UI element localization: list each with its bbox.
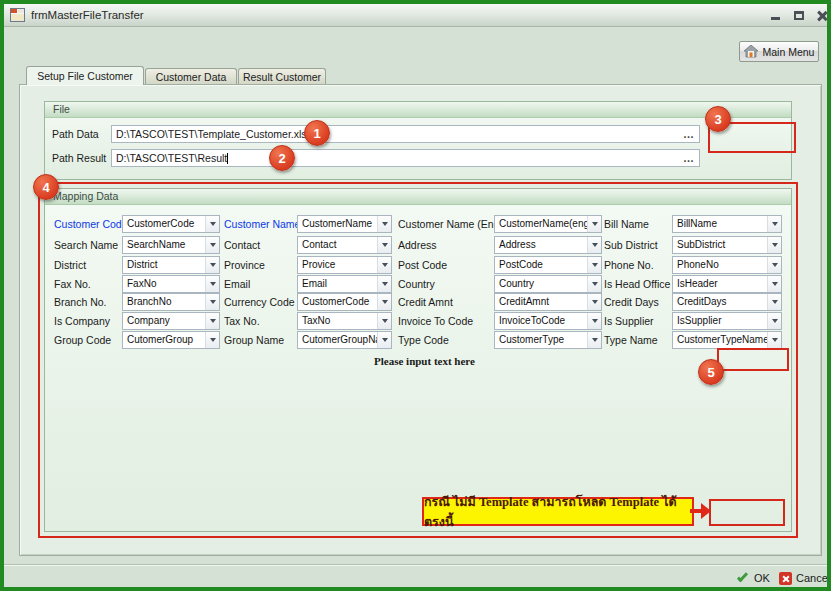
close-icon[interactable]	[814, 9, 829, 22]
mapping-combo[interactable]: CustomerTypeName	[672, 331, 782, 349]
path-result-input[interactable]: D:\TASCO\TEST\Result …	[111, 149, 700, 167]
mapping-label: Sub District	[604, 236, 658, 254]
combo-value: SubDistrict	[673, 237, 767, 253]
chevron-down-icon[interactable]	[205, 257, 219, 273]
tab-setup-file-customer[interactable]: Setup File Customer	[26, 66, 144, 85]
combo-value: TaxNo	[298, 313, 377, 329]
chevron-down-icon[interactable]	[767, 237, 781, 253]
chevron-down-icon[interactable]	[377, 237, 391, 253]
mapping-label: Type Name	[604, 331, 658, 349]
combo-value: District	[123, 257, 205, 273]
combo-value: CreditDays	[673, 294, 767, 310]
mapping-combo[interactable]: PostCode	[494, 256, 602, 274]
mapping-combo[interactable]: IsHeader	[672, 275, 782, 293]
path-data-label: Path Data	[52, 125, 99, 143]
mapping-combo[interactable]: District	[122, 256, 220, 274]
mapping-combo[interactable]: CustomerName	[297, 215, 392, 233]
mapping-combo[interactable]: BranchNo	[122, 293, 220, 311]
tab-customer-data[interactable]: Customer Data	[145, 68, 237, 85]
annotation-circle-1: 1	[304, 120, 330, 146]
chevron-down-icon[interactable]	[767, 313, 781, 329]
chevron-down-icon[interactable]	[377, 257, 391, 273]
combo-value: BranchNo	[123, 294, 205, 310]
mapping-combo[interactable]: CustomerName(eng)	[494, 215, 602, 233]
mapping-label: Contact	[224, 236, 260, 254]
path-result-value: D:\TASCO\TEST\Result	[112, 152, 679, 164]
mapping-combo[interactable]: CustomerType	[494, 331, 602, 349]
combo-value: CustomerCode	[298, 294, 377, 310]
chevron-down-icon[interactable]	[587, 237, 601, 253]
chevron-down-icon[interactable]	[205, 294, 219, 310]
mapping-combo[interactable]: Provice	[297, 256, 392, 274]
browse-path-data-button[interactable]: …	[679, 126, 699, 142]
mapping-label: Post Code	[398, 256, 447, 274]
combo-value: CustomerType	[495, 332, 587, 348]
mapping-label: Fax No.	[54, 275, 91, 293]
mapping-combo[interactable]: BillName	[672, 215, 782, 233]
mapping-combo[interactable]: CutomerGroupName	[297, 331, 392, 349]
mapping-combo[interactable]: CreditDays	[672, 293, 782, 311]
combo-value: CutomerGroupName	[298, 332, 377, 348]
chevron-down-icon[interactable]	[767, 332, 781, 348]
chevron-down-icon[interactable]	[205, 276, 219, 292]
mapping-combo[interactable]: CustomerCode	[122, 215, 220, 233]
path-data-input[interactable]: D:\TASCO\TEST\Template_Customer.xls …	[111, 125, 700, 143]
maximize-icon[interactable]	[791, 9, 806, 22]
cancel-button[interactable]: Cancel	[796, 572, 830, 584]
chevron-down-icon[interactable]	[205, 313, 219, 329]
mapping-combo[interactable]: Country	[494, 275, 602, 293]
callout-arrow-head	[701, 503, 711, 519]
mapping-combo[interactable]: Contact	[297, 236, 392, 254]
chevron-down-icon[interactable]	[205, 237, 219, 253]
chevron-down-icon[interactable]	[587, 276, 601, 292]
mapping-combo[interactable]: CustomerCode	[297, 293, 392, 311]
mapping-combo[interactable]: Email	[297, 275, 392, 293]
mapping-combo[interactable]: Address	[494, 236, 602, 254]
browse-path-result-button[interactable]: …	[679, 150, 699, 166]
mapping-combo[interactable]: SubDistrict	[672, 236, 782, 254]
combo-value: CustomerName	[298, 216, 377, 232]
mapping-combo[interactable]: InvoiceToCode	[494, 312, 602, 330]
chevron-down-icon[interactable]	[587, 216, 601, 232]
chevron-down-icon[interactable]	[767, 276, 781, 292]
mapping-label: Province	[224, 256, 265, 274]
main-menu-button[interactable]: Main Menu	[739, 41, 819, 62]
chevron-down-icon[interactable]	[587, 313, 601, 329]
mapping-combo[interactable]: PhoneNo	[672, 256, 782, 274]
title-bar: frmMasterFileTransfer	[4, 4, 827, 27]
chevron-down-icon[interactable]	[377, 276, 391, 292]
ok-check-icon	[737, 571, 748, 582]
mapping-label: District	[54, 256, 86, 274]
path-data-value: D:\TASCO\TEST\Template_Customer.xls	[112, 128, 679, 140]
mapping-label: Is Supplier	[604, 312, 654, 330]
chevron-down-icon[interactable]	[587, 294, 601, 310]
mapping-combo[interactable]: CutomerGroup	[122, 331, 220, 349]
mapping-combo[interactable]: CreditAmnt	[494, 293, 602, 311]
combo-value: Email	[298, 276, 377, 292]
mapping-combo[interactable]: IsSupplier	[672, 312, 782, 330]
chevron-down-icon[interactable]	[767, 216, 781, 232]
chevron-down-icon[interactable]	[205, 332, 219, 348]
ok-button[interactable]: OK	[754, 572, 770, 584]
chevron-down-icon[interactable]	[377, 294, 391, 310]
chevron-down-icon[interactable]	[587, 332, 601, 348]
chevron-down-icon[interactable]	[205, 216, 219, 232]
chevron-down-icon[interactable]	[767, 257, 781, 273]
tab-result-customer[interactable]: Result Customer	[238, 68, 326, 85]
chevron-down-icon[interactable]	[377, 216, 391, 232]
chevron-down-icon[interactable]	[377, 313, 391, 329]
file-group-title: File	[45, 102, 791, 118]
chevron-down-icon[interactable]	[377, 332, 391, 348]
mapping-group-title: Mapping Data	[45, 189, 791, 205]
mapping-combo[interactable]: FaxNo	[122, 275, 220, 293]
chevron-down-icon[interactable]	[767, 294, 781, 310]
mapping-combo[interactable]: SearchName	[122, 236, 220, 254]
window-title: frmMasterFileTransfer	[31, 9, 144, 21]
chevron-down-icon[interactable]	[587, 257, 601, 273]
combo-value: IsSupplier	[673, 313, 767, 329]
mapping-combo[interactable]: Company	[122, 312, 220, 330]
minimize-icon[interactable]	[768, 9, 783, 22]
mapping-label: Group Code	[54, 331, 111, 349]
combo-value: Address	[495, 237, 587, 253]
mapping-combo[interactable]: TaxNo	[297, 312, 392, 330]
